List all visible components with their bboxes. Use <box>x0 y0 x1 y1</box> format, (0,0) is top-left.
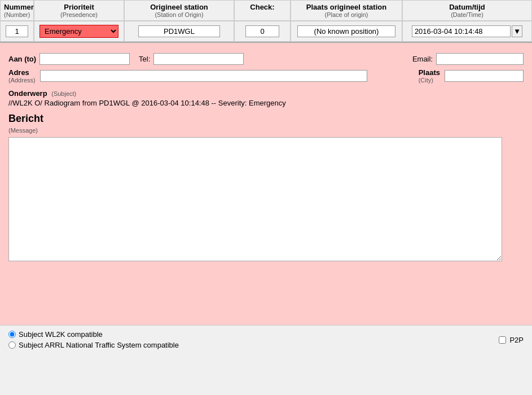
message-textarea[interactable] <box>8 137 502 261</box>
date-wrapper: ▼ <box>412 25 522 37</box>
check-input[interactable] <box>245 25 279 37</box>
message-sublabel: (Message) <box>8 127 524 134</box>
header-labels-row: Nummer (Number) Prioriteit (Presedence) … <box>0 0 532 21</box>
address-row: Adres (Address) Plaats (City) <box>8 68 524 84</box>
bottom-bar: Subject WL2K compatible Subject ARRL Nat… <box>0 325 532 354</box>
priority-select[interactable]: Emergency Routine Welfare Priority <box>39 25 118 38</box>
col-station-header: Origineel station (Station of Origin) <box>124 0 234 21</box>
col-priority-header: Prioriteit (Presedence) <box>34 0 124 21</box>
radio-group: Subject WL2K compatible Subject ARRL Nat… <box>8 330 179 349</box>
col-place-header: Plaats origineel station (Place of origi… <box>291 0 402 21</box>
aan-label: Aan (to) <box>8 55 36 63</box>
station-cell <box>124 21 234 42</box>
col-date-sublabel: (Date/Time) <box>406 11 528 18</box>
number-cell <box>0 21 34 42</box>
col-num-sublabel: (Number) <box>4 11 30 18</box>
subject-label: Onderwerp <box>8 89 47 98</box>
place-cell <box>291 21 402 42</box>
priority-cell: Emergency Routine Welfare Priority <box>34 21 124 42</box>
col-priority-label: Prioriteit <box>38 3 120 11</box>
city-label-block: Plaats (City) <box>419 68 440 84</box>
col-check-label: Check: <box>238 3 287 11</box>
city-input[interactable] <box>445 70 524 82</box>
subject-text: //WL2K O/ Radiogram from PD1WGL @ 2016-0… <box>8 99 524 107</box>
bericht-label: Bericht <box>8 113 524 125</box>
tel-input[interactable] <box>153 53 244 65</box>
col-priority-sublabel: (Presedence) <box>38 11 120 18</box>
col-date-header: Datum/tijd (Date/Time) <box>402 0 532 21</box>
header-section: Nummer (Number) Prioriteit (Presedence) … <box>0 0 532 43</box>
radio-arrl[interactable]: Subject ARRL National Traffic System com… <box>8 341 179 349</box>
city-label: Plaats <box>419 68 440 77</box>
col-station-label: Origineel station <box>128 3 230 11</box>
email-input[interactable] <box>436 53 524 65</box>
city-sublabel: (City) <box>419 77 440 84</box>
col-place-label: Plaats origineel station <box>294 3 398 11</box>
col-check-header: Check: <box>234 0 291 21</box>
subject-sublabel: (Subject) <box>51 90 76 97</box>
address-sublabel: (Address) <box>8 77 36 84</box>
radio-arrl-label: Subject ARRL National Traffic System com… <box>19 341 179 349</box>
address-label-block: Adres (Address) <box>8 68 36 84</box>
email-label: Email: <box>412 55 433 63</box>
subject-label-row: Onderwerp (Subject) <box>8 89 524 98</box>
radio-wl2k-input[interactable] <box>8 331 16 338</box>
p2p-checkbox[interactable] <box>499 336 506 344</box>
date-dropdown-button[interactable]: ▼ <box>512 25 522 37</box>
radio-wl2k[interactable]: Subject WL2K compatible <box>8 330 179 339</box>
subject-section: Onderwerp (Subject) //WL2K O/ Radiogram … <box>8 89 524 107</box>
place-input[interactable] <box>297 25 396 37</box>
aan-input[interactable] <box>39 53 130 65</box>
address-label: Adres <box>8 68 36 77</box>
col-num-label: Nummer <box>4 3 30 11</box>
aan-tel-email-row: Aan (to) Tel: Email: <box>8 53 524 65</box>
col-date-label: Datum/tijd <box>406 3 528 11</box>
tel-label: Tel: <box>139 55 150 63</box>
header-values-row: Emergency Routine Welfare Priority ▼ <box>0 21 532 42</box>
number-input[interactable] <box>6 25 28 37</box>
check-cell <box>234 21 291 42</box>
radio-arrl-input[interactable] <box>8 341 16 349</box>
radio-wl2k-label: Subject WL2K compatible <box>19 330 103 339</box>
bericht-section: Bericht (Message) <box>8 113 524 263</box>
col-num-header: Nummer (Number) <box>0 0 34 21</box>
p2p-section: P2P <box>499 336 524 344</box>
station-input[interactable] <box>138 25 220 37</box>
col-place-sublabel: (Place of origin) <box>294 11 398 18</box>
date-cell: ▼ <box>402 21 532 42</box>
address-input[interactable] <box>40 70 367 82</box>
main-content: Aan (to) Tel: Email: Adres (Address) Pla… <box>0 43 532 325</box>
date-input[interactable] <box>412 25 511 37</box>
p2p-label: P2P <box>509 336 524 344</box>
col-station-sublabel: (Station of Origin) <box>128 11 230 18</box>
